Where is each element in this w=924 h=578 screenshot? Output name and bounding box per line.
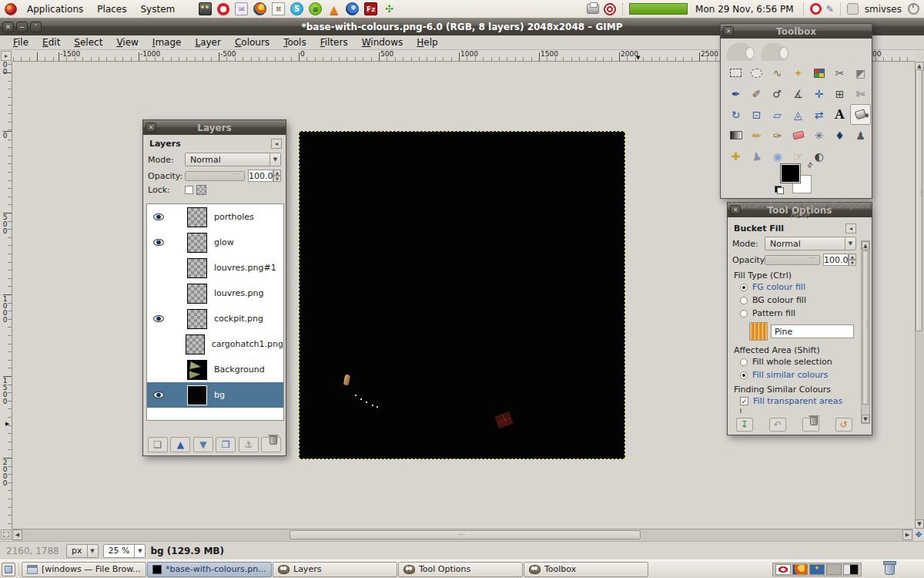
toolbox-window[interactable]: ✕ Toolbox ∿ ✦ ✂ bbox=[720, 23, 872, 199]
layers-dialog-titlebar[interactable]: ✕ Layers bbox=[143, 120, 286, 135]
launcher-icon[interactable]: ▲ bbox=[327, 2, 340, 15]
trash-applet-icon[interactable] bbox=[885, 563, 895, 575]
spin-down-icon[interactable]: ▼ bbox=[273, 176, 281, 182]
fill-type-option[interactable]: BG colour fill bbox=[728, 294, 872, 307]
foreground-color-swatch[interactable] bbox=[781, 164, 800, 183]
affected-area-option[interactable]: Fill similar colours bbox=[728, 368, 872, 381]
default-colors-icon[interactable] bbox=[775, 186, 784, 194]
chevron-down-icon[interactable]: ▼ bbox=[270, 153, 280, 166]
tool-button[interactable]: ✚ bbox=[725, 146, 746, 166]
layers-dialog[interactable]: ✕ Layers Layers ◂ Mode: Normal ▼ Opacity… bbox=[142, 119, 286, 456]
ubuntu-logo-icon[interactable] bbox=[5, 3, 17, 15]
layer-name[interactable]: louvres.png#1 bbox=[214, 263, 276, 273]
paint-mode-select[interactable]: Normal ▼ bbox=[765, 237, 856, 250]
spin-down-icon[interactable]: ▼ bbox=[849, 260, 856, 266]
pager-window-firefox[interactable] bbox=[792, 564, 808, 575]
menubar-item[interactable]: Filters bbox=[313, 37, 355, 48]
zoom-select[interactable]: 25 % ▼ bbox=[103, 544, 146, 558]
tool-options-action-button[interactable]: ↺ bbox=[835, 418, 852, 432]
spin-up-icon[interactable]: ▲ bbox=[273, 170, 281, 176]
visibility-eye-icon[interactable] bbox=[153, 315, 164, 322]
tool-button[interactable]: ✳ bbox=[808, 125, 829, 146]
panel-menu-item[interactable]: System bbox=[133, 0, 182, 18]
opacity-slider[interactable] bbox=[765, 255, 820, 265]
panel-menu-item[interactable]: Applications bbox=[20, 0, 90, 18]
radio-icon[interactable] bbox=[740, 284, 748, 291]
image-menu-button[interactable]: ▸ bbox=[1, 51, 12, 61]
tab-menu-button[interactable]: ◂ bbox=[845, 223, 856, 234]
layer-name[interactable]: Background bbox=[214, 365, 265, 375]
pager-window-gimp[interactable] bbox=[843, 564, 859, 575]
tool-button[interactable]: ✄ bbox=[850, 83, 871, 104]
pattern-swatch[interactable] bbox=[749, 322, 768, 341]
layer-action-button[interactable]: ▼ bbox=[193, 437, 213, 452]
tool-button[interactable] bbox=[725, 125, 746, 146]
visibility-eye-icon[interactable] bbox=[153, 239, 164, 246]
layer-name[interactable]: cockpit.png bbox=[214, 314, 263, 324]
visibility-eye-icon[interactable] bbox=[153, 213, 164, 220]
navigation-preview-button[interactable]: ✥ bbox=[913, 529, 924, 541]
tool-options-action-button[interactable]: ↶ bbox=[769, 418, 786, 432]
tool-button[interactable]: ✒ bbox=[725, 83, 746, 104]
close-icon[interactable]: ✕ bbox=[146, 123, 156, 133]
tool-button[interactable]: ⇄ bbox=[808, 104, 829, 125]
horizontal-scrollbar-thumb[interactable] bbox=[290, 530, 641, 539]
tool-button[interactable]: ♦ bbox=[829, 125, 850, 146]
radio-icon[interactable] bbox=[740, 371, 748, 379]
launcher-icon[interactable]: ✣ bbox=[383, 2, 396, 15]
pattern-name-field[interactable]: Pine bbox=[771, 324, 854, 338]
menubar-item[interactable]: Help bbox=[410, 37, 444, 48]
layer-name[interactable]: cargohatch1.png bbox=[212, 339, 283, 349]
username-label[interactable]: smivses bbox=[863, 4, 903, 15]
clipped-checkbox[interactable] bbox=[740, 408, 742, 413]
taskbar-window-button[interactable]: Tool Options bbox=[398, 562, 523, 577]
tool-button[interactable]: ♟ bbox=[850, 125, 871, 146]
radio-icon[interactable] bbox=[740, 310, 748, 318]
swap-colors-icon[interactable]: ⇄ bbox=[805, 160, 815, 170]
tool-button[interactable]: ✦ bbox=[788, 62, 808, 83]
tool-options-window[interactable]: You can drop dockable dialogues here ✕ T… bbox=[727, 202, 872, 435]
fill-type-option[interactable]: FG colour fill bbox=[728, 281, 872, 294]
tool-button[interactable]: ◬ bbox=[788, 104, 808, 125]
radio-icon[interactable] bbox=[740, 358, 748, 366]
opera-tray-icon[interactable] bbox=[810, 3, 822, 15]
tool-button[interactable]: ♟ bbox=[744, 143, 768, 168]
color-area[interactable]: ⇄ bbox=[775, 161, 821, 195]
layer-row[interactable]: cockpit.png bbox=[147, 306, 283, 331]
layer-thumbnail[interactable] bbox=[187, 385, 207, 405]
scroll-down-button[interactable]: ▼ bbox=[862, 415, 869, 423]
tool-options-scrollbar[interactable]: ▲ ▼ bbox=[861, 240, 870, 424]
scroll-right-button[interactable]: ▶ bbox=[902, 529, 912, 540]
layer-action-button[interactable]: ▲ bbox=[170, 437, 190, 452]
layer-thumbnail[interactable] bbox=[187, 309, 207, 329]
layer-thumbnail[interactable] bbox=[187, 360, 207, 380]
layer-thumbnail[interactable] bbox=[187, 258, 207, 278]
launcher-icon[interactable]: ✖ bbox=[272, 2, 285, 15]
tool-button[interactable] bbox=[808, 62, 829, 83]
close-icon[interactable]: ✕ bbox=[723, 26, 734, 36]
layer-action-button[interactable]: ⚓ bbox=[239, 437, 259, 452]
show-desktop-button[interactable] bbox=[2, 563, 15, 576]
radio-icon[interactable] bbox=[740, 297, 748, 304]
layer-thumbnail[interactable] bbox=[186, 334, 205, 355]
layer-list[interactable]: portholes glow louvres.png#1 louvres.png bbox=[146, 203, 284, 421]
opacity-spinner[interactable]: 100.0 ▲▼ bbox=[823, 254, 856, 266]
toolbox-titlebar[interactable]: ✕ Toolbox bbox=[721, 24, 872, 39]
layer-name[interactable]: bg bbox=[214, 390, 225, 400]
layer-row[interactable]: portholes bbox=[147, 204, 283, 230]
tool-button[interactable]: ⊞ bbox=[829, 83, 850, 104]
launcher-icon[interactable]: ✉ bbox=[235, 2, 248, 15]
power-icon[interactable] bbox=[908, 3, 919, 15]
clock[interactable]: Mon 29 Nov, 6:56 PM bbox=[692, 4, 797, 15]
layer-name[interactable]: portholes bbox=[214, 212, 254, 222]
horizontal-scrollbar[interactable] bbox=[12, 529, 913, 541]
tool-options-action-button[interactable]: ↧ bbox=[736, 418, 753, 432]
tool-button[interactable]: A bbox=[829, 104, 850, 125]
tool-button[interactable] bbox=[725, 62, 746, 83]
launcher-icon[interactable] bbox=[346, 2, 359, 15]
help-lifering-icon[interactable] bbox=[604, 3, 616, 15]
layer-row[interactable]: cargohatch1.png bbox=[147, 331, 283, 357]
vertical-scrollbar-thumb[interactable] bbox=[916, 69, 922, 331]
layer-name[interactable]: glow bbox=[214, 237, 234, 247]
scroll-up-button[interactable]: ▲ bbox=[862, 241, 869, 250]
